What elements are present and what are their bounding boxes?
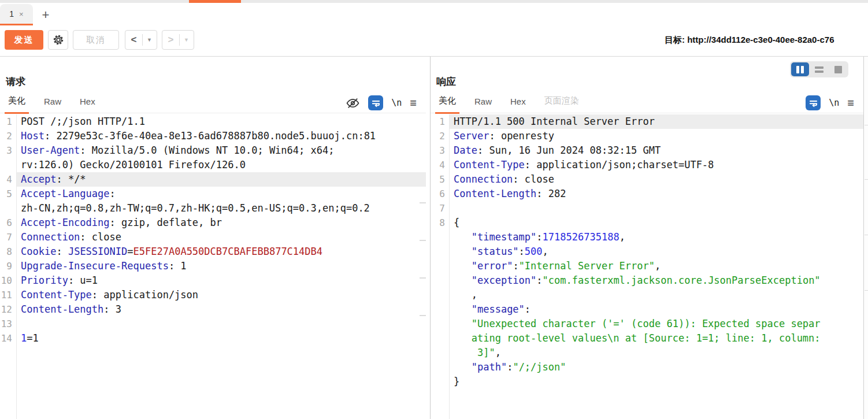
collapsed-panel-strip: [863, 57, 868, 419]
columns-icon: [796, 66, 799, 73]
request-editor-tools: \n ≡: [346, 94, 417, 112]
layout-columns-button[interactable]: [791, 62, 809, 76]
newline-display-button[interactable]: \n: [391, 98, 402, 108]
code-text: [16, 317, 426, 331]
tab-raw[interactable]: Raw: [471, 97, 495, 114]
ruler-tick: [420, 202, 426, 203]
settings-button[interactable]: [48, 30, 68, 50]
line-number: [431, 288, 449, 302]
layout-rows-button[interactable]: [810, 62, 828, 76]
code-text: "message":: [449, 302, 863, 317]
tab-pretty[interactable]: 美化: [5, 95, 29, 114]
hide-toggle-button[interactable]: [346, 96, 360, 110]
line-number: 1: [0, 114, 16, 129]
code-text: 1=1: [16, 331, 426, 346]
line-number: 8: [0, 244, 16, 259]
code-row: "Unexpected character ('=' (code 61)): E…: [431, 317, 863, 331]
code-text: HTTP/1.1 500 Internal Server Error: [449, 114, 863, 129]
session-tab-1[interactable]: 1 ×: [0, 4, 33, 25]
line-number: [431, 259, 449, 273]
code-row: 9Upgrade-Insecure-Requests: 1: [0, 259, 426, 273]
line-number: 7: [0, 230, 16, 244]
code-row: 1POST /;/json HTTP/1.1: [0, 114, 426, 129]
session-tab-label: 1: [9, 9, 14, 18]
history-forward-button[interactable]: > ▼: [162, 30, 194, 50]
code-row: 5Accept-Language:: [0, 187, 426, 201]
menu-icon[interactable]: ≡: [847, 97, 854, 110]
response-panel: 响应 美化 Raw Hex 页面渲染 \n ≡ 1HTTP/1.1 500 In…: [430, 57, 863, 419]
new-tab-button[interactable]: +: [38, 8, 53, 23]
word-wrap-button[interactable]: [368, 95, 383, 110]
close-icon[interactable]: ×: [19, 10, 24, 18]
cancel-button[interactable]: 取消: [73, 30, 119, 50]
toolbar: 发送 取消 < ▼ > ▼ 目标: http://34dd112e-c3e0-4…: [0, 30, 868, 51]
code-row: 6Content-Length: 282: [431, 187, 863, 201]
line-number: [431, 230, 449, 244]
code-text: rv:126.0) Gecko/20100101 Firefox/126.0: [16, 158, 426, 172]
code-row: 3User-Agent: Mozilla/5.0 (Windows NT 10.…: [0, 143, 426, 158]
tab-raw[interactable]: Raw: [40, 97, 65, 114]
code-text: Accept-Language:: [16, 187, 426, 201]
code-text: Date: Sun, 16 Jun 2024 08:32:15 GMT: [449, 143, 863, 158]
gutter-divider: [449, 114, 450, 419]
line-number: 4: [431, 158, 449, 172]
line-number: 10: [0, 273, 16, 288]
send-button[interactable]: 发送: [5, 30, 43, 50]
line-number: [431, 244, 449, 259]
code-row: 2Server: openresty: [431, 129, 863, 143]
request-panel: 请求 美化 Raw Hex: [0, 57, 426, 419]
line-number: 1: [431, 114, 449, 129]
code-text: 3]",: [449, 346, 863, 360]
request-view-tabs: 美化 Raw Hex \n: [0, 92, 426, 113]
code-row: 8{: [431, 216, 863, 230]
tab-hex[interactable]: Hex: [507, 97, 529, 114]
line-number: 8: [431, 216, 449, 230]
history-back-button[interactable]: < ▼: [125, 30, 157, 50]
newline-display-button[interactable]: \n: [829, 98, 839, 108]
line-number: [0, 158, 16, 172]
code-text: POST /;/json HTTP/1.1: [16, 114, 426, 129]
gear-icon: [52, 34, 65, 46]
line-number: [431, 331, 449, 346]
tab-hex[interactable]: Hex: [76, 97, 99, 114]
response-editor-tools: \n ≡: [806, 94, 854, 112]
code-row: "status":500,: [431, 244, 863, 259]
line-number: 7: [431, 201, 449, 216]
code-row: 4Accept: */*: [0, 172, 426, 187]
word-wrap-button[interactable]: [806, 95, 821, 110]
request-editor[interactable]: 1POST /;/json HTTP/1.12Host: 2279e53c-3f…: [0, 114, 426, 419]
layout-single-button[interactable]: [829, 62, 847, 76]
tab-render[interactable]: 页面渲染: [541, 95, 583, 114]
menu-icon[interactable]: ≡: [410, 97, 417, 110]
line-number: [431, 346, 449, 360]
code-text: Accept-Encoding: gzip, deflate, br: [16, 216, 426, 230]
code-text: Cookie: JSESSIONID=E5FE27A0A550DCB7CBAFE…: [16, 244, 426, 259]
response-editor[interactable]: 1HTTP/1.1 500 Internal Server Error2Serv…: [431, 114, 863, 419]
line-number: [431, 317, 449, 331]
chevron-right-icon: >: [163, 34, 179, 46]
line-number: 9: [0, 259, 16, 273]
code-text: Accept: */*: [16, 172, 426, 187]
code-text: Connection: close: [449, 172, 863, 187]
line-number: 12: [0, 302, 16, 317]
code-text: "error":"Internal Server Error",: [449, 259, 863, 273]
tab-pretty[interactable]: 美化: [435, 95, 459, 114]
code-row: ating root-level values\n at [Source: 1=…: [431, 331, 863, 346]
line-number: 11: [0, 288, 16, 302]
ruler-tick: [420, 240, 426, 241]
code-row: 141=1: [0, 331, 426, 346]
code-row: rv:126.0) Gecko/20100101 Firefox/126.0: [0, 158, 426, 172]
code-text: Content-Length: 3: [16, 302, 426, 317]
target-url: 目标: http://34dd112e-c3e0-40ee-82a0-c76: [665, 35, 868, 47]
code-row: 13: [0, 317, 426, 331]
code-text: Server: openresty: [449, 129, 863, 143]
code-row: "timestamp":1718526735188,: [431, 230, 863, 244]
line-number: 6: [0, 216, 16, 230]
code-row: 8Cookie: JSESSIONID=E5FE27A0A550DCB7CBAF…: [0, 244, 426, 259]
strip-tick: [865, 125, 868, 125]
code-row: 4Content-Type: application/json;charset=…: [431, 158, 863, 172]
code-row: "exception":"com.fasterxml.jackson.core.…: [431, 273, 863, 288]
code-row: 7Connection: close: [0, 230, 426, 244]
chevron-down-icon[interactable]: ▼: [143, 37, 157, 43]
strip-tick: [865, 179, 868, 180]
